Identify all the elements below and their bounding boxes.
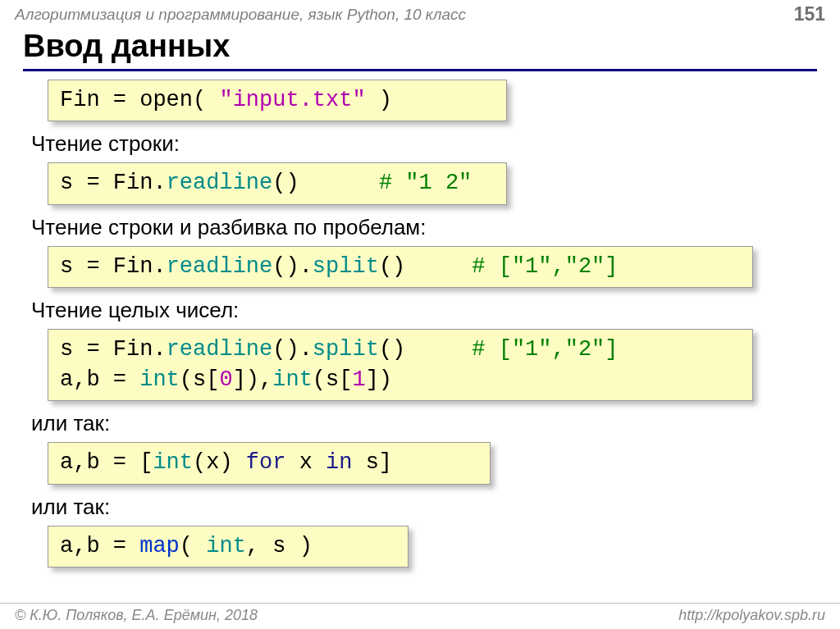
label-read-line: Чтение строки:: [31, 131, 815, 157]
footer-url: http://kpolyakov.spb.ru: [678, 607, 825, 624]
slide-title: Ввод данных: [23, 29, 817, 67]
page-number: 151: [794, 3, 825, 25]
code-map: a,b = map( int, s ): [48, 526, 409, 567]
code-readline: s = Fin.readline() # "1 2": [48, 162, 507, 204]
label-ints: Чтение целых чисел:: [31, 298, 815, 323]
slide-content: Fin = open( "input.txt" ) Чтение строки:…: [0, 71, 840, 572]
label-split: Чтение строки и разбивка по пробелам:: [31, 215, 815, 240]
slide-footer: © К.Ю. Поляков, Е.А. Ерёмин, 2018 http:/…: [0, 603, 840, 624]
label-or-2: или так:: [31, 495, 815, 520]
code-listcomp: a,b = [int(x) for x in s]: [48, 442, 491, 484]
code-open-file: Fin = open( "input.txt" ): [48, 80, 507, 121]
code-split: s = Fin.readline().split() # ["1","2"]: [48, 246, 753, 288]
label-or-1: или так:: [31, 411, 815, 436]
copyright: © К.Ю. Поляков, Е.А. Ерёмин, 2018: [15, 607, 258, 624]
slide-header: Алгоритмизация и программирование, язык …: [0, 0, 840, 27]
course-title: Алгоритмизация и программирование, язык …: [15, 6, 466, 24]
code-ints: s = Fin.readline().split() # ["1","2"] a…: [48, 329, 753, 401]
